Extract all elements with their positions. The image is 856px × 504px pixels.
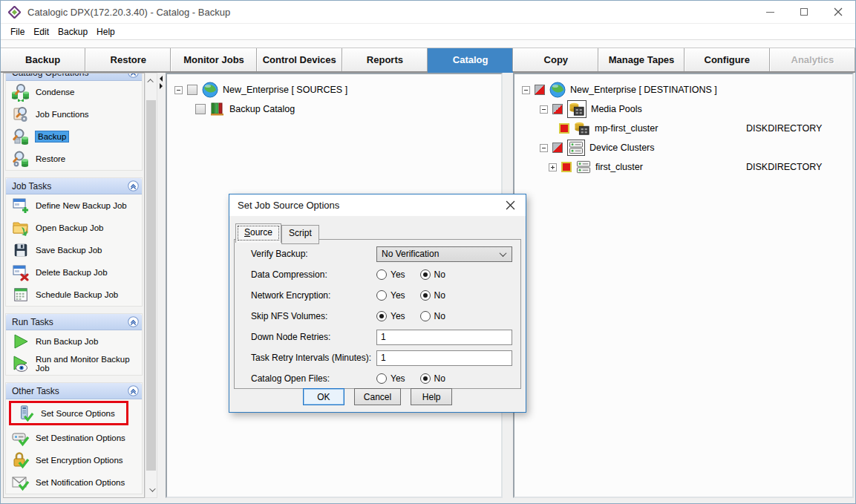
scroll-down-button[interactable] xyxy=(146,484,157,496)
item-label-selected: Backup xyxy=(36,131,68,142)
sidebar-item-backup[interactable]: Backup xyxy=(6,125,142,148)
tree-checkbox-checked[interactable] xyxy=(561,162,572,172)
radio-selected-icon xyxy=(376,311,387,321)
sidebar-item-define-new-backup-job[interactable]: Define New Backup Job xyxy=(6,194,142,217)
dialog-tab-source[interactable]: Source xyxy=(235,223,281,243)
down-node-retries-input[interactable] xyxy=(376,330,512,345)
radio-label: Yes xyxy=(391,311,405,321)
catalog-open-files-no-radio[interactable]: No xyxy=(420,373,445,384)
tree-checkbox-partial[interactable] xyxy=(552,143,563,153)
condense-icon xyxy=(11,83,30,102)
sidebar-item-run-backup-job[interactable]: Run Backup Job xyxy=(6,330,142,353)
expand-right-icon xyxy=(160,83,166,89)
tab-manage-tapes[interactable]: Manage Tapes xyxy=(598,48,684,71)
scrollbar-thumb[interactable] xyxy=(146,100,156,471)
tab-copy[interactable]: Copy xyxy=(513,48,598,71)
sidebar-item-open-backup-job[interactable]: Open Backup Job xyxy=(6,217,142,239)
scroll-up-button[interactable] xyxy=(146,75,157,87)
tab-control-devices[interactable]: Control Devices xyxy=(257,48,342,71)
menu-help[interactable]: Help xyxy=(92,25,120,39)
task-retry-intervals-input[interactable] xyxy=(376,350,512,366)
data-compression-no-radio[interactable]: No xyxy=(420,269,445,280)
radio-label: No xyxy=(434,269,445,280)
tab-restore[interactable]: Restore xyxy=(85,48,171,71)
tab-configure[interactable]: Configure xyxy=(685,48,770,71)
collapse-expander-icon[interactable] xyxy=(540,144,548,152)
sidebar-splitter[interactable] xyxy=(157,73,166,498)
maximize-icon xyxy=(800,8,808,16)
tree-checkbox-partial[interactable] xyxy=(552,104,563,114)
catalogic-logo-icon xyxy=(8,6,21,19)
collapse-expander-icon[interactable] xyxy=(174,86,183,94)
section-catalog-operations: Catalog Operations Condense Job Functio xyxy=(5,73,143,171)
radio-selected-icon xyxy=(420,269,431,280)
skip-nfs-yes-radio[interactable]: Yes xyxy=(376,311,405,321)
tree-checkbox-unchecked[interactable] xyxy=(187,85,197,95)
media-pools-icon xyxy=(567,100,587,118)
tree-node-device-clusters[interactable]: Device Clusters xyxy=(516,138,851,157)
sidebar-item-job-functions[interactable]: Job Functions xyxy=(6,103,142,125)
collapse-section-button[interactable] xyxy=(128,316,139,327)
data-compression-yes-radio[interactable]: Yes xyxy=(376,269,405,280)
tree-node-media-pools[interactable]: Media Pools xyxy=(516,99,851,119)
sidebar-scrollbar[interactable] xyxy=(145,73,157,498)
tree-node-sources-root[interactable]: New_Enterprise [ SOURCES ] xyxy=(169,80,500,99)
tree-node-label: New_Enterprise [ DESTINATIONS ] xyxy=(570,85,717,95)
media-type-label: DISKDIRECTORY xyxy=(746,123,822,134)
tree-checkbox-unchecked[interactable] xyxy=(195,104,206,114)
collapse-section-button[interactable] xyxy=(128,180,139,192)
collapse-expander-icon[interactable] xyxy=(522,86,530,94)
skip-nfs-no-radio[interactable]: No xyxy=(420,311,445,321)
sidebar-item-save-backup-job[interactable]: Save Backup Job xyxy=(6,239,142,261)
item-label: Restore xyxy=(36,154,65,163)
network-encryption-no-radio[interactable]: No xyxy=(420,290,445,301)
cancel-button[interactable]: Cancel xyxy=(354,388,401,405)
radio-unselected-icon xyxy=(376,373,387,384)
sidebar-item-restore[interactable]: Restore xyxy=(6,148,142,170)
splitter-collapse-handle[interactable] xyxy=(158,76,166,89)
tree-node-destinations-root[interactable]: New_Enterprise [ DESTINATIONS ] xyxy=(516,80,851,99)
section-header-run-tasks: Run Tasks xyxy=(6,314,142,330)
dialog-close-button[interactable] xyxy=(494,194,526,216)
help-button[interactable]: Help xyxy=(411,388,452,405)
dialog-tab-script[interactable]: Script xyxy=(281,225,319,244)
chevron-down-icon xyxy=(149,485,155,491)
tab-catalog[interactable]: Catalog xyxy=(428,48,513,71)
tree-node-backup-catalog[interactable]: Backup Catalog xyxy=(169,99,500,119)
title-bar: Catalogic DPX(172.20.3.40) - Catalog - B… xyxy=(1,1,855,24)
field-label: Verify Backup: xyxy=(251,249,376,259)
section-header-other-tasks: Other Tasks xyxy=(6,383,142,399)
menu-edit[interactable]: Edit xyxy=(29,25,53,39)
expand-expander-icon[interactable] xyxy=(549,163,557,171)
collapse-expander-icon[interactable] xyxy=(540,105,548,114)
sidebar-item-run-and-monitor-backup-job[interactable]: Run and Monitor Backup Job xyxy=(6,353,142,375)
sidebar-item-condense[interactable]: Condense xyxy=(6,81,142,103)
verify-backup-select[interactable]: No Verification xyxy=(376,246,512,262)
menu-backup[interactable]: Backup xyxy=(53,25,92,39)
tree-checkbox-partial[interactable] xyxy=(535,85,545,95)
tab-analytics[interactable]: Analytics xyxy=(770,48,855,71)
minimize-button[interactable] xyxy=(753,1,787,23)
close-button[interactable] xyxy=(821,1,855,23)
collapse-section-button[interactable] xyxy=(128,385,139,396)
tab-monitor-jobs[interactable]: Monitor Jobs xyxy=(171,48,256,71)
tab-reports[interactable]: Reports xyxy=(342,48,428,71)
sidebar-item-set-encryption-options[interactable]: Set Encryption Options xyxy=(6,449,142,471)
sidebar-item-set-destination-options[interactable]: Set Destination Options xyxy=(6,427,142,449)
tree-node-mp-first-cluster[interactable]: mp-first_cluster DISKDIRECTORY xyxy=(516,119,851,138)
menu-file[interactable]: File xyxy=(6,25,29,39)
tree-node-first-cluster[interactable]: first_cluster DISKDIRECTORY xyxy=(516,157,851,177)
sidebar-item-schedule-backup-job[interactable]: Schedule Backup Job xyxy=(6,284,142,306)
item-label: Set Notification Options xyxy=(36,478,125,487)
dialog-title: Set Job Source Options xyxy=(238,200,339,211)
tree-checkbox-checked[interactable] xyxy=(559,123,569,134)
sidebar-item-set-source-options[interactable]: Set Source Options xyxy=(11,403,126,423)
ok-button[interactable]: OK xyxy=(303,388,344,405)
maximize-button[interactable] xyxy=(787,1,821,23)
tab-backup[interactable]: Backup xyxy=(1,48,85,71)
catalog-open-files-yes-radio[interactable]: Yes xyxy=(376,373,405,384)
sidebar-item-delete-backup-job[interactable]: Delete Backup Job xyxy=(6,261,142,284)
collapse-section-button[interactable] xyxy=(128,73,139,78)
sidebar-item-set-notification-options[interactable]: Set Notification Options xyxy=(6,471,142,494)
network-encryption-yes-radio[interactable]: Yes xyxy=(376,290,405,301)
